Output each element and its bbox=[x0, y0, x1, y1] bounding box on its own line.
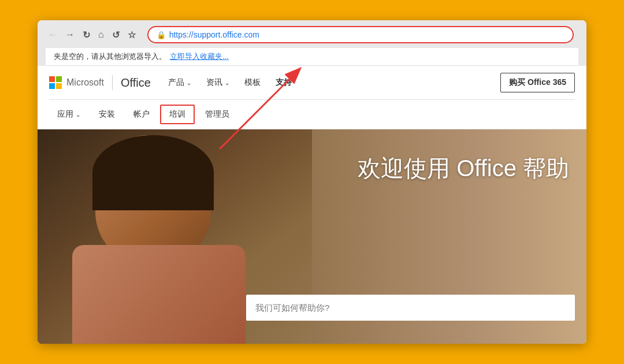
install-nav-item[interactable]: 安装 bbox=[91, 106, 123, 123]
nav-divider bbox=[112, 75, 113, 90]
woman-hair bbox=[92, 135, 214, 210]
buy-office-button[interactable]: 购买 Office 365 bbox=[500, 73, 575, 92]
notification-link[interactable]: 立即导入收藏夹... bbox=[170, 51, 229, 62]
undo-button[interactable]: ↺ bbox=[110, 28, 122, 42]
woman-body bbox=[72, 245, 246, 344]
training-nav-item[interactable]: 培训 bbox=[160, 105, 195, 124]
templates-menu[interactable]: 模板 bbox=[239, 74, 266, 91]
site-nav-bottom: 应用 ⌄ 安装 帐户 培训 管理员 bbox=[49, 100, 575, 129]
url-text: https://support.office.com bbox=[169, 30, 259, 39]
search-input[interactable] bbox=[246, 295, 575, 321]
ms-logo-grid bbox=[49, 76, 62, 89]
notification-text: 夹是空的，请从其他浏览器导入。 bbox=[54, 51, 166, 62]
microsoft-text: Microsoft bbox=[66, 77, 104, 88]
refresh-button[interactable]: ↻ bbox=[80, 28, 92, 42]
home-button[interactable]: ⌂ bbox=[96, 28, 106, 41]
star-button[interactable]: ☆ bbox=[125, 28, 138, 42]
forward-button[interactable]: → bbox=[63, 28, 77, 41]
browser-chrome: ← → ↻ ⌂ ↺ ☆ 🔒 https://support.office.com… bbox=[38, 20, 586, 66]
website-content: Microsoft Office 产品 ⌄ 资讯 ⌄ 模板 bbox=[38, 66, 586, 344]
hero-section: 欢迎使用 Office 帮助 bbox=[38, 129, 586, 344]
ms-logo-red bbox=[49, 76, 55, 82]
products-menu[interactable]: 产品 ⌄ bbox=[162, 74, 197, 91]
microsoft-logo: Microsoft bbox=[49, 76, 104, 89]
hero-search-area bbox=[246, 295, 575, 321]
browser-window: ← → ↻ ⌂ ↺ ☆ 🔒 https://support.office.com… bbox=[38, 20, 586, 344]
nav-buttons: ← → ↻ ⌂ ↺ ☆ bbox=[46, 28, 138, 42]
hero-title: 欢迎使用 Office 帮助 bbox=[358, 153, 569, 184]
nav-menu-top: 产品 ⌄ 资讯 ⌄ 模板 支持 bbox=[162, 74, 298, 91]
apps-nav-item[interactable]: 应用 ⌄ bbox=[49, 106, 88, 123]
chevron-down-icon: ⌄ bbox=[187, 80, 191, 86]
news-menu[interactable]: 资讯 ⌄ bbox=[200, 74, 235, 91]
browser-toolbar: ← → ↻ ⌂ ↺ ☆ 🔒 https://support.office.com bbox=[46, 26, 578, 48]
address-bar[interactable]: 🔒 https://support.office.com bbox=[147, 26, 574, 43]
hero-title-area: 欢迎使用 Office 帮助 bbox=[358, 153, 569, 184]
back-button[interactable]: ← bbox=[46, 28, 60, 41]
chevron-down-icon: ⌄ bbox=[225, 80, 229, 86]
support-menu[interactable]: 支持 bbox=[270, 74, 298, 91]
lock-icon: 🔒 bbox=[157, 31, 166, 39]
account-nav-item[interactable]: 帐户 bbox=[125, 106, 158, 123]
ms-logo-green bbox=[56, 76, 62, 82]
browser-notification: 夹是空的，请从其他浏览器导入。 立即导入收藏夹... bbox=[46, 48, 578, 66]
ms-logo-yellow bbox=[56, 83, 62, 89]
admin-nav-item[interactable]: 管理员 bbox=[197, 106, 237, 123]
site-nav-top: Microsoft Office 产品 ⌄ 资讯 ⌄ 模板 bbox=[49, 66, 575, 100]
office-brand: Office bbox=[121, 76, 151, 90]
site-header: Microsoft Office 产品 ⌄ 资讯 ⌄ 模板 bbox=[38, 66, 586, 129]
chevron-down-icon: ⌄ bbox=[76, 112, 80, 118]
ms-logo-blue bbox=[49, 83, 55, 89]
